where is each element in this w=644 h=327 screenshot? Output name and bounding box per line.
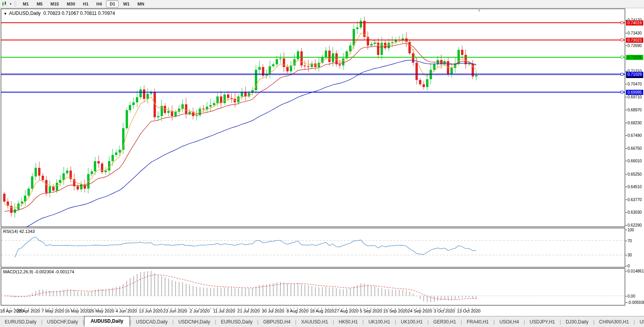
indicator-icon[interactable] — [2, 1, 8, 7]
tab-dj30-daily[interactable]: DJ30,Daily — [561, 318, 593, 326]
price-axis-tick: 0.66010 — [628, 158, 644, 164]
tab-uk100-h1[interactable]: UK100,H1 — [364, 318, 395, 326]
tab-china300-h1[interactable]: CHINA300,H1 — [595, 318, 634, 326]
chevron-down-icon[interactable]: ▼ — [9, 2, 12, 6]
rsi-axis-tick: 100 — [628, 227, 644, 233]
timeframe-button-m1[interactable]: M1 — [19, 0, 32, 7]
macd-axis-tick: -0.005938 — [628, 300, 644, 305]
tab-usdjpy-h1[interactable]: USDJPY,H1 — [525, 318, 560, 326]
rsi-axis-tick: 70 — [628, 238, 644, 243]
tab-usdchf-daily[interactable]: USDCHF,Daily — [42, 318, 83, 326]
rsi-axis-tick: 30 — [628, 253, 644, 258]
price-axis-tick: 0.64510 — [628, 184, 644, 189]
rsi-indicator-panel[interactable]: RSI(14) 42.1343 — [1, 228, 625, 267]
tab-ger30-h1[interactable]: GER30,H1 — [428, 318, 461, 326]
level-price-label: 0.71029 — [626, 72, 643, 77]
tab-usdcnh-daily[interactable]: USDCNH,Daily — [174, 318, 215, 326]
timeframe-button-d1[interactable]: D1 — [106, 0, 119, 7]
timeframe-button-m30[interactable]: M30 — [63, 0, 79, 7]
level-price-label: 0.73023 — [626, 38, 643, 43]
timeframe-button-mn[interactable]: MN — [134, 0, 148, 7]
line-handle[interactable] — [621, 73, 623, 75]
tab-usoil-h4[interactable]: USOil,H4 — [495, 318, 524, 326]
tab-hk50-h1[interactable]: HK50,H1 — [334, 318, 363, 326]
rsi-line — [15, 237, 476, 257]
tab-uk100-h1[interactable]: UK100,H1 — [396, 318, 427, 326]
candles — [3, 16, 478, 218]
price-axis-tick: 0.66750 — [628, 146, 644, 151]
chart-shift-marker-icon[interactable]: ▼ — [478, 9, 481, 13]
rsi-label: RSI(14) 42.1343 — [3, 229, 35, 234]
price-chart-panel[interactable]: ▼AUDUSD,Daily 0.70823 0.71067 0.70811 0.… — [1, 9, 625, 227]
tab-eurusd-daily[interactable]: EURUSD,Daily — [216, 318, 257, 326]
timeframe-button-h1[interactable]: H1 — [79, 0, 92, 7]
macd-indicator-panel[interactable]: MACD(12,26,9) -0.002304 -0.001174 — [1, 268, 625, 305]
line-handle[interactable] — [621, 56, 623, 58]
tab-eurusd-daily[interactable]: EURUSD,Daily — [0, 318, 41, 326]
tab-fra40-h1[interactable]: FRA40,H1 — [462, 318, 493, 326]
macd-label: MACD(12,26,9) -0.002304 -0.001174 — [3, 269, 74, 274]
price-axis-tick: 0.70470 — [628, 82, 644, 87]
moving-average-line-1 — [4, 44, 476, 211]
line-handle[interactable] — [621, 39, 623, 41]
chart-tab-bar: EURUSD,Daily|USDCHF,Daily|AUDUSD,Daily|U… — [0, 316, 644, 327]
price-axis-tick: 0.67490 — [628, 133, 644, 138]
tab-gbpusd-h4[interactable]: GBPUSD,H4 — [258, 318, 295, 326]
rsi-axis-tick: 0 — [628, 263, 644, 269]
tab-audusd-daily[interactable]: AUDUSD,Daily — [84, 316, 130, 327]
macd-histogram — [4, 271, 476, 302]
price-axis-tick: 0.69710 — [628, 94, 644, 100]
price-axis-tick: 0.63030 — [628, 210, 644, 215]
date-axis-label: 13 Oct 2020 — [451, 309, 487, 313]
symbol-label: AUDUSD,Daily — [9, 11, 41, 16]
price-axis-tick: 0.68230 — [628, 120, 644, 125]
price-axis-tick: 0.65250 — [628, 172, 644, 177]
macd-axis-tick: 0.00 — [628, 294, 644, 299]
level-price-label: 0.69995 — [626, 90, 643, 95]
level-price-label: 0.72026 — [626, 55, 643, 60]
symbol-dropdown-icon[interactable]: ▼ — [4, 12, 7, 16]
line-handle[interactable] — [621, 91, 623, 93]
timeframe-button-w1[interactable]: W1 — [119, 0, 133, 7]
timeframe-buttons: M1M5M15M30H1H4D1W1MN — [19, 2, 148, 6]
ohlc-values: 0.70823 0.71067 0.70811 0.70974 — [43, 11, 115, 16]
moving-average-line-2 — [4, 60, 476, 227]
tab-xauusd-h1[interactable]: XAUUSD,H1 — [296, 318, 333, 326]
chart-title: ▼AUDUSD,Daily 0.70823 0.71067 0.70811 0.… — [4, 11, 115, 16]
level-price-label: 0.74019 — [626, 20, 643, 25]
macd-axis-tick: 0.014861 — [628, 269, 644, 274]
date-axis: 18 Apr 202028 Apr 20207 May 202016 May 2… — [1, 305, 625, 316]
price-axis-tick: 0.63770 — [628, 197, 644, 202]
timeframe-button-m5[interactable]: M5 — [33, 0, 46, 7]
timeframe-toolbar: ▼ M1M5M15M30H1H4D1W1MN — [0, 0, 644, 8]
line-handle[interactable] — [621, 22, 623, 24]
price-axis-tick: 0.72690 — [628, 43, 644, 48]
timeframe-button-h4[interactable]: H4 — [93, 0, 105, 7]
price-axis-tick: 0.68970 — [628, 107, 644, 113]
toolbar-drag-handle[interactable] — [14, 1, 16, 7]
tab-usoil-h1[interactable]: USOil,H1 — [635, 318, 644, 326]
tab-usdcad-daily[interactable]: USDCAD,Daily — [131, 318, 172, 326]
price-axis: 0.741700.734300.726900.719500.712100.704… — [625, 9, 644, 305]
timeframe-button-m15[interactable]: M15 — [47, 0, 62, 7]
price-axis-tick: 0.73430 — [628, 31, 644, 36]
